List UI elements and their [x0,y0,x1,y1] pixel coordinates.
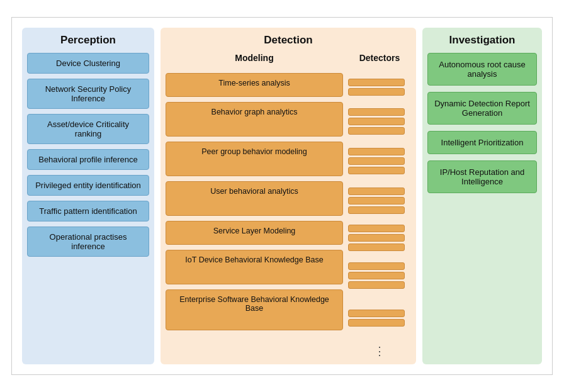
detector-group-4 [348,181,411,216]
detector-group-5 [348,221,411,251]
modeling-subtitle: Modeling [166,53,343,63]
detector-group-7 [348,296,411,337]
detector-bar [348,157,405,165]
detector-group-6 [348,256,411,291]
modeling-item-3: Peer group behavior modeling [166,142,343,176]
perception-item: Asset/device Criticality ranking [27,114,149,144]
detection-inner: Time-series analysis Behavior graph anal… [166,73,411,358]
detector-group-1 [348,73,411,97]
investigation-item-2: Dynamic Detection Report Generation [427,92,537,125]
modeling-item-2: Behavior graph analytics [166,102,343,137]
perception-title: Perception [60,34,116,47]
investigation-item-4: IP/Host Reputation and Intelligence [427,160,537,193]
investigation-item-1: Autonomous root cause analysis [427,53,537,86]
dots-indicator: ⋮ [348,344,411,358]
modeling-col: Time-series analysis Behavior graph anal… [166,73,343,358]
perception-item: Network Security Policy Inference [27,79,149,109]
perception-item: Device Clustering [27,53,149,74]
detector-group-2 [348,102,411,137]
detector-bar [348,108,405,116]
detector-bar [348,167,405,174]
perception-item: Operational practises inference [27,227,149,257]
detector-bar [348,206,405,214]
main-diagram: Perception Device Clustering Network Sec… [11,17,553,375]
detector-bar [348,88,405,96]
detection-title: Detection [264,34,312,47]
detector-bar [348,225,405,232]
detector-bar [348,281,405,289]
detector-bar [348,197,405,204]
detector-bar [348,244,405,251]
detection-column: Detection Modeling Detectors Time-series… [161,28,416,364]
detector-bar [348,79,405,86]
investigation-title: Investigation [449,34,516,47]
detector-bar [348,188,405,195]
detector-bar [348,262,405,270]
modeling-item-7: Enterprise Software Behavioral Knowledge… [166,289,343,330]
detector-bar [348,118,405,125]
perception-column: Perception Device Clustering Network Sec… [22,28,154,364]
investigation-column: Investigation Autonomous root cause anal… [422,28,542,364]
modeling-item-4: User behavioral analytics [166,181,343,216]
detectors-subtitle: Detectors [348,53,411,63]
detector-bar [348,127,405,135]
detector-bar [348,310,405,317]
perception-item: Privileged entity identification [27,175,149,196]
perception-item: Behavioral profile inference [27,149,149,170]
detector-bar [348,319,405,327]
detector-group-3 [348,142,411,176]
investigation-item-3: Intelligent Prioritization [427,131,537,154]
modeling-item-6: IoT Device Behavioral Knowledge Base [166,250,343,284]
detector-bar [348,148,405,155]
detectors-col: ⋮ [348,73,411,358]
perception-item: Traffic pattern identification [27,201,149,221]
modeling-item-1: Time-series analysis [166,73,343,97]
modeling-item-5: Service Layer Modeling [166,221,343,245]
detector-bar [348,234,405,242]
detector-bar [348,272,405,279]
